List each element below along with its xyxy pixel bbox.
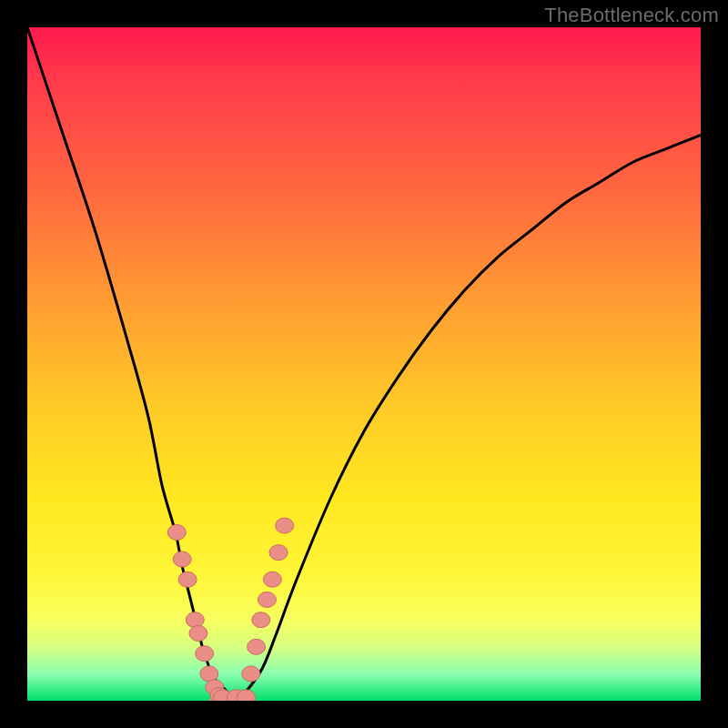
chart-svg bbox=[27, 27, 701, 701]
left-marker-dot bbox=[173, 551, 191, 567]
right-marker-dot bbox=[258, 592, 276, 608]
curve-group bbox=[27, 27, 701, 701]
right-marker-dot bbox=[263, 571, 281, 587]
right-marker-dot bbox=[242, 666, 260, 682]
right-marker-dot bbox=[276, 518, 294, 533]
plot-area bbox=[27, 27, 701, 701]
left-marker-dot bbox=[167, 525, 186, 541]
left-marker-dot bbox=[189, 626, 207, 642]
right-marker-dot bbox=[269, 545, 288, 561]
right-marker-dot bbox=[248, 639, 266, 654]
watermark-text: TheBottleneck.com bbox=[544, 4, 719, 27]
image-frame: TheBottleneck.com bbox=[0, 0, 728, 728]
markers-group bbox=[167, 518, 293, 701]
left-marker-dot bbox=[178, 571, 197, 587]
valley-marker-dot bbox=[238, 690, 256, 701]
left-curve bbox=[27, 27, 236, 701]
right-marker-dot bbox=[252, 612, 270, 628]
left-marker-dot bbox=[186, 612, 204, 628]
left-marker-dot bbox=[196, 646, 214, 662]
right-curve bbox=[236, 135, 701, 701]
